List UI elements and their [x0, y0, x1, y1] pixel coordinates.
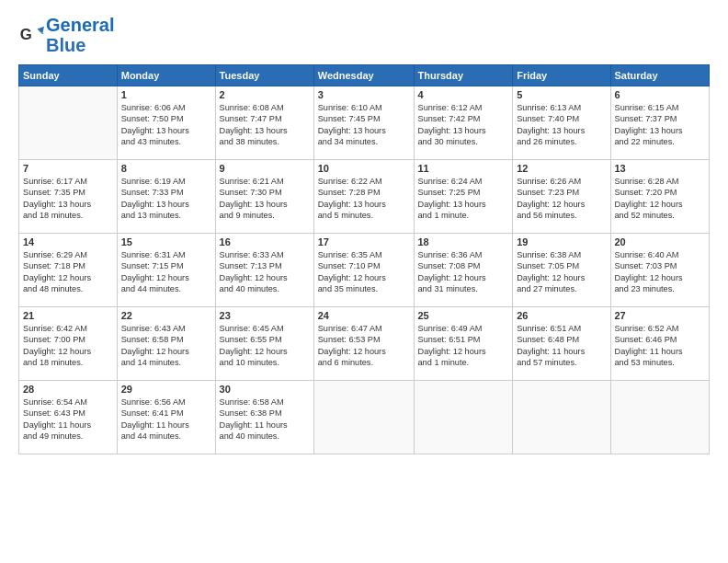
day-number: 28	[23, 384, 113, 395]
calendar-header-row: SundayMondayTuesdayWednesdayThursdayFrid…	[19, 65, 710, 86]
calendar-cell: 3Sunrise: 6:10 AM Sunset: 7:45 PM Daylig…	[313, 86, 414, 160]
day-info: Sunrise: 6:06 AM Sunset: 7:50 PM Dayligh…	[121, 102, 211, 148]
calendar-cell: 11Sunrise: 6:24 AM Sunset: 7:25 PM Dayli…	[414, 160, 513, 234]
calendar-cell: 18Sunrise: 6:36 AM Sunset: 7:08 PM Dayli…	[414, 234, 513, 307]
calendar-cell: 20Sunrise: 6:40 AM Sunset: 7:03 PM Dayli…	[610, 234, 710, 307]
day-info: Sunrise: 6:10 AM Sunset: 7:45 PM Dayligh…	[318, 102, 410, 148]
day-number: 29	[121, 384, 211, 395]
weekday-header: Thursday	[414, 65, 513, 86]
day-number: 18	[418, 236, 509, 247]
day-info: Sunrise: 6:58 AM Sunset: 6:38 PM Dayligh…	[220, 396, 310, 442]
calendar-cell: 24Sunrise: 6:47 AM Sunset: 6:53 PM Dayli…	[313, 307, 414, 381]
day-info: Sunrise: 6:38 AM Sunset: 7:05 PM Dayligh…	[517, 249, 606, 295]
calendar-cell: 26Sunrise: 6:51 AM Sunset: 6:48 PM Dayli…	[513, 307, 610, 381]
calendar-week-row: 28Sunrise: 6:54 AM Sunset: 6:43 PM Dayli…	[19, 381, 710, 454]
day-info: Sunrise: 6:56 AM Sunset: 6:41 PM Dayligh…	[121, 396, 211, 442]
logo: G General Blue	[18, 15, 114, 55]
day-number: 9	[220, 163, 310, 174]
day-number: 13	[615, 163, 706, 174]
day-info: Sunrise: 6:22 AM Sunset: 7:28 PM Dayligh…	[318, 176, 410, 222]
calendar-cell: 2Sunrise: 6:08 AM Sunset: 7:47 PM Daylig…	[215, 86, 313, 160]
day-info: Sunrise: 6:12 AM Sunset: 7:42 PM Dayligh…	[418, 102, 509, 148]
calendar-cell	[513, 381, 610, 454]
day-info: Sunrise: 6:24 AM Sunset: 7:25 PM Dayligh…	[418, 176, 509, 222]
day-number: 10	[318, 163, 410, 174]
page-header: G General Blue	[18, 15, 710, 55]
calendar-cell: 7Sunrise: 6:17 AM Sunset: 7:35 PM Daylig…	[19, 160, 118, 234]
calendar-cell: 13Sunrise: 6:28 AM Sunset: 7:20 PM Dayli…	[610, 160, 710, 234]
calendar-cell	[610, 381, 710, 454]
day-info: Sunrise: 6:33 AM Sunset: 7:13 PM Dayligh…	[220, 249, 310, 295]
day-number: 12	[517, 163, 606, 174]
day-info: Sunrise: 6:28 AM Sunset: 7:20 PM Dayligh…	[615, 176, 706, 222]
day-info: Sunrise: 6:19 AM Sunset: 7:33 PM Dayligh…	[121, 176, 211, 222]
day-number: 6	[615, 89, 706, 100]
calendar-cell: 15Sunrise: 6:31 AM Sunset: 7:15 PM Dayli…	[117, 234, 215, 307]
day-number: 20	[615, 236, 706, 247]
day-number: 22	[121, 310, 211, 321]
calendar-cell: 14Sunrise: 6:29 AM Sunset: 7:18 PM Dayli…	[19, 234, 118, 307]
calendar-week-row: 7Sunrise: 6:17 AM Sunset: 7:35 PM Daylig…	[19, 160, 710, 234]
day-number: 25	[418, 310, 509, 321]
day-info: Sunrise: 6:21 AM Sunset: 7:30 PM Dayligh…	[220, 176, 310, 222]
calendar-week-row: 14Sunrise: 6:29 AM Sunset: 7:18 PM Dayli…	[19, 234, 710, 307]
calendar-cell: 19Sunrise: 6:38 AM Sunset: 7:05 PM Dayli…	[513, 234, 610, 307]
weekday-header: Tuesday	[215, 65, 313, 86]
calendar-cell: 22Sunrise: 6:43 AM Sunset: 6:58 PM Dayli…	[117, 307, 215, 381]
day-number: 3	[318, 89, 410, 100]
day-number: 26	[517, 310, 606, 321]
day-number: 4	[418, 89, 509, 100]
calendar-cell: 1Sunrise: 6:06 AM Sunset: 7:50 PM Daylig…	[117, 86, 215, 160]
day-info: Sunrise: 6:35 AM Sunset: 7:10 PM Dayligh…	[318, 249, 410, 295]
calendar-cell: 6Sunrise: 6:15 AM Sunset: 7:37 PM Daylig…	[610, 86, 710, 160]
day-number: 11	[418, 163, 509, 174]
day-number: 30	[220, 384, 310, 395]
calendar-table: SundayMondayTuesdayWednesdayThursdayFrid…	[18, 64, 710, 454]
day-info: Sunrise: 6:29 AM Sunset: 7:18 PM Dayligh…	[23, 249, 113, 295]
weekday-header: Wednesday	[313, 65, 414, 86]
calendar-week-row: 21Sunrise: 6:42 AM Sunset: 7:00 PM Dayli…	[19, 307, 710, 381]
calendar-cell: 30Sunrise: 6:58 AM Sunset: 6:38 PM Dayli…	[215, 381, 313, 454]
calendar-cell	[313, 381, 414, 454]
day-info: Sunrise: 6:47 AM Sunset: 6:53 PM Dayligh…	[318, 323, 410, 369]
day-info: Sunrise: 6:43 AM Sunset: 6:58 PM Dayligh…	[121, 323, 211, 369]
day-info: Sunrise: 6:45 AM Sunset: 6:55 PM Dayligh…	[220, 323, 310, 369]
calendar-cell: 29Sunrise: 6:56 AM Sunset: 6:41 PM Dayli…	[117, 381, 215, 454]
day-info: Sunrise: 6:36 AM Sunset: 7:08 PM Dayligh…	[418, 249, 509, 295]
calendar-cell: 16Sunrise: 6:33 AM Sunset: 7:13 PM Dayli…	[215, 234, 313, 307]
day-info: Sunrise: 6:17 AM Sunset: 7:35 PM Dayligh…	[23, 176, 113, 222]
day-info: Sunrise: 6:52 AM Sunset: 6:46 PM Dayligh…	[615, 323, 706, 369]
weekday-header: Saturday	[610, 65, 710, 86]
day-number: 2	[220, 89, 310, 100]
calendar-cell: 28Sunrise: 6:54 AM Sunset: 6:43 PM Dayli…	[19, 381, 118, 454]
day-info: Sunrise: 6:08 AM Sunset: 7:47 PM Dayligh…	[220, 102, 310, 148]
day-info: Sunrise: 6:42 AM Sunset: 7:00 PM Dayligh…	[23, 323, 113, 369]
calendar-cell: 25Sunrise: 6:49 AM Sunset: 6:51 PM Dayli…	[414, 307, 513, 381]
day-number: 19	[517, 236, 606, 247]
calendar-week-row: 1Sunrise: 6:06 AM Sunset: 7:50 PM Daylig…	[19, 86, 710, 160]
calendar-cell: 23Sunrise: 6:45 AM Sunset: 6:55 PM Dayli…	[215, 307, 313, 381]
calendar-cell: 27Sunrise: 6:52 AM Sunset: 6:46 PM Dayli…	[610, 307, 710, 381]
day-info: Sunrise: 6:26 AM Sunset: 7:23 PM Dayligh…	[517, 176, 606, 222]
logo-icon: G	[18, 22, 44, 48]
day-number: 14	[23, 236, 113, 247]
calendar-cell	[19, 86, 118, 160]
day-number: 24	[318, 310, 410, 321]
calendar-cell	[414, 381, 513, 454]
day-number: 16	[220, 236, 310, 247]
day-number: 8	[121, 163, 211, 174]
calendar-cell: 4Sunrise: 6:12 AM Sunset: 7:42 PM Daylig…	[414, 86, 513, 160]
day-number: 1	[121, 89, 211, 100]
day-info: Sunrise: 6:31 AM Sunset: 7:15 PM Dayligh…	[121, 249, 211, 295]
svg-text:G: G	[20, 26, 32, 43]
day-number: 17	[318, 236, 410, 247]
calendar-cell: 5Sunrise: 6:13 AM Sunset: 7:40 PM Daylig…	[513, 86, 610, 160]
weekday-header: Monday	[117, 65, 215, 86]
calendar-cell: 9Sunrise: 6:21 AM Sunset: 7:30 PM Daylig…	[215, 160, 313, 234]
logo-text: General Blue	[46, 15, 114, 55]
svg-marker-1	[38, 27, 44, 34]
day-info: Sunrise: 6:49 AM Sunset: 6:51 PM Dayligh…	[418, 323, 509, 369]
day-info: Sunrise: 6:40 AM Sunset: 7:03 PM Dayligh…	[615, 249, 706, 295]
day-number: 23	[220, 310, 310, 321]
calendar-cell: 17Sunrise: 6:35 AM Sunset: 7:10 PM Dayli…	[313, 234, 414, 307]
